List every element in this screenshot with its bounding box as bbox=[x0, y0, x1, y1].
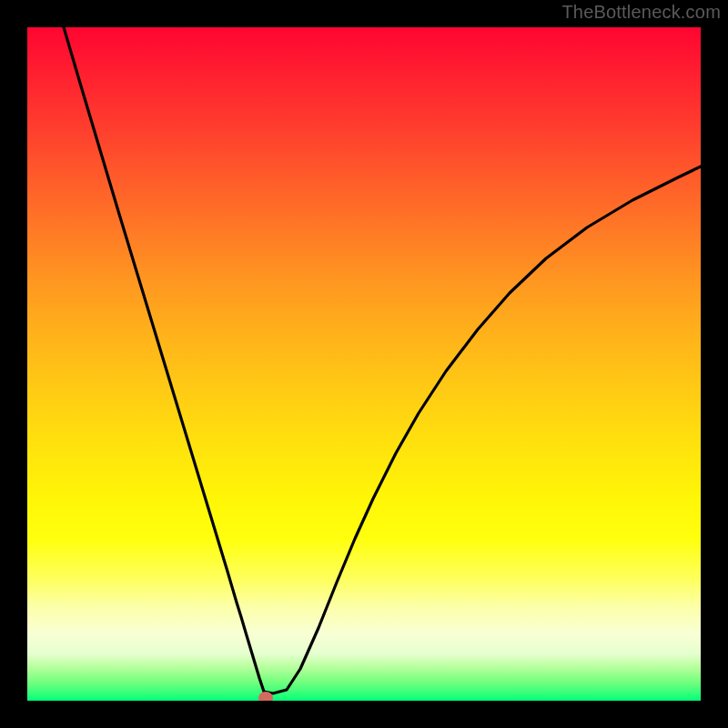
optimum-marker bbox=[258, 692, 273, 701]
plot-area bbox=[27, 27, 701, 701]
attribution-text: TheBottleneck.com bbox=[561, 2, 721, 23]
chart-frame: TheBottleneck.com bbox=[0, 0, 728, 728]
bottleneck-curve bbox=[27, 27, 701, 701]
